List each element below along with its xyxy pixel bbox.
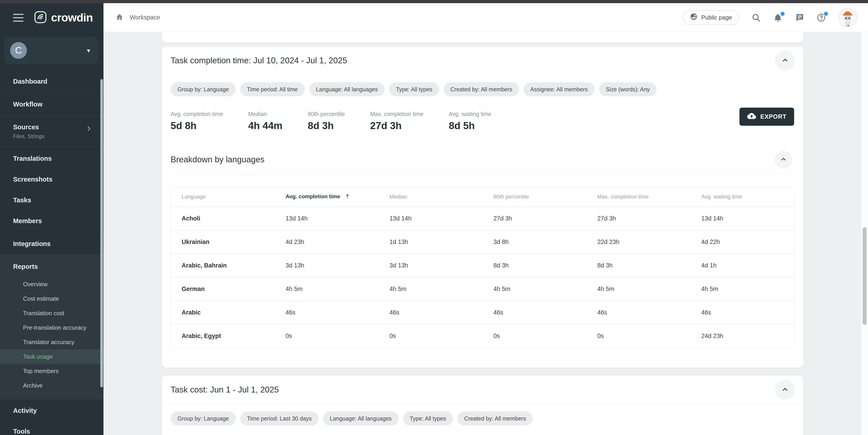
sidebar-item-reports-pre-translation-accuracy[interactable]: Pre-translation accuracy: [0, 320, 103, 335]
window-scrollbar-track[interactable]: [861, 32, 868, 435]
column-language[interactable]: Language: [171, 187, 275, 207]
caret-down-icon: ▾: [87, 47, 90, 54]
sidebar-item-reports-translation-cost[interactable]: Translation cost: [0, 306, 103, 320]
sidebar-item-reports-top-members[interactable]: Top members: [0, 364, 103, 378]
sort-ascending-icon: [344, 193, 351, 201]
crowdin-logo-icon: [33, 10, 48, 25]
table-row: Ukrainian 4d 23h 1d 13h 3d 8h 22d 23h 4d…: [171, 230, 794, 254]
column-80th-percentile[interactable]: 80th percentile: [483, 187, 587, 207]
organization-switcher[interactable]: C ▾: [4, 37, 98, 64]
chevron-right-icon: [85, 125, 92, 134]
table-row: Acholi 13d 14h 13d 14h 27d 3h 27d 3h 13d…: [171, 207, 794, 230]
stat-avg-waiting-time: Avg. waiting time 8d 5h: [449, 111, 491, 132]
sidebar-item-activity[interactable]: Activity: [0, 400, 103, 421]
messages-icon[interactable]: [795, 13, 804, 22]
table-row: Arabic, Bahrain 3d 13h 3d 13h 8d 3h 8d 3…: [171, 254, 794, 277]
stat-median: Median 4h 44m: [248, 111, 283, 132]
filter-time-period[interactable]: Time period: All time: [240, 82, 305, 96]
cloud-upload-icon: [747, 112, 756, 122]
column-avg-completion-time-sorted[interactable]: Avg. completion time: [275, 187, 379, 207]
column-median[interactable]: Median: [379, 187, 483, 207]
filter-created-by[interactable]: Created by: All members: [444, 82, 519, 96]
filter-time-period[interactable]: Time period: Last 30 days: [240, 411, 318, 426]
previous-card-edge: [162, 32, 803, 42]
sidebar-item-tools[interactable]: Tools: [0, 421, 103, 435]
filter-type[interactable]: Type: All types: [403, 411, 453, 426]
table-row: Arabic 46s 46s 46s 46s 46s: [171, 301, 794, 324]
export-button[interactable]: EXPORT: [739, 108, 794, 126]
filter-created-by[interactable]: Created by: All members: [458, 411, 533, 426]
notifications-bell-icon[interactable]: [773, 13, 783, 22]
chevron-up-icon: [781, 56, 789, 65]
table-header-row: Language Avg. completion time Median 80t…: [171, 187, 794, 207]
breadcrumb-workspace[interactable]: Workspace: [130, 14, 160, 21]
home-icon[interactable]: [115, 13, 124, 22]
column-max-completion-time[interactable]: Max. completion time: [587, 187, 690, 207]
task-completion-card: Task completion time: Jul 10, 2024 - Jul…: [162, 47, 803, 368]
task-completion-title: Task completion time: Jul 10, 2024 - Jul…: [170, 56, 347, 65]
filter-language[interactable]: Language: All languages: [323, 411, 399, 426]
breadcrumb[interactable]: Workspace: [115, 13, 160, 22]
sidebar-item-reports-translator-accuracy[interactable]: Translator accuracy: [0, 335, 103, 349]
chevron-up-icon: [779, 155, 787, 164]
chevron-up-icon: [781, 385, 789, 395]
notification-dot: [780, 11, 785, 17]
hamburger-menu-icon[interactable]: [13, 14, 24, 22]
filter-size-words[interactable]: Size (words): Any: [599, 82, 657, 96]
window-top-strip: [0, 0, 868, 3]
crowdin-logo[interactable]: crowdin: [33, 10, 93, 25]
main-content: Task completion time: Jul 10, 2024 - Jul…: [103, 32, 868, 435]
app-header: Workspace Public page: [103, 3, 868, 32]
column-avg-waiting-time[interactable]: Avg. waiting time: [690, 187, 794, 207]
sidebar-item-members[interactable]: Members: [0, 210, 103, 231]
filter-group-by[interactable]: Group by: Language: [170, 82, 236, 96]
help-icon[interactable]: [816, 13, 826, 22]
table-row: Arabic, Egypt 0s 0s 0s 0s 24d 23h: [171, 324, 794, 348]
organization-avatar: C: [10, 42, 27, 59]
collapse-task-completion-button[interactable]: [775, 51, 795, 70]
sidebar-item-reports-task-usage[interactable]: Task usage: [0, 349, 103, 364]
filter-type[interactable]: Type: All types: [389, 82, 439, 96]
filter-assignee[interactable]: Assignee: All members: [524, 82, 594, 96]
sidebar-item-workflow[interactable]: Workflow: [0, 94, 103, 115]
table-row: German 4h 5m 4h 5m 4h 5m 4h 5m 4h 5m: [171, 277, 794, 301]
sidebar-item-reports-cost-estimate[interactable]: Cost estimate: [0, 291, 103, 306]
completion-stats: Avg. completion time 5d 8h Median 4h 44m…: [162, 96, 803, 132]
sidebar-item-reports-overview[interactable]: Overview: [0, 277, 103, 291]
stat-avg-completion-time: Avg. completion time 5d 8h: [170, 111, 223, 132]
sidebar-item-dashboard[interactable]: Dashboard: [0, 71, 103, 92]
sidebar-scrollbar[interactable]: [100, 79, 103, 387]
filter-language[interactable]: Language: All languages: [309, 82, 385, 96]
search-icon[interactable]: [751, 13, 761, 22]
collapse-task-cost-button[interactable]: [775, 380, 795, 400]
sidebar-item-screenshots[interactable]: Screenshots: [0, 169, 103, 190]
stat-80th-percentile: 80th percentile 8d 3h: [308, 111, 345, 132]
sidebar-item-reports[interactable]: Reports: [0, 256, 103, 277]
user-avatar[interactable]: [838, 8, 857, 27]
crowdin-logo-text: crowdin: [51, 11, 93, 24]
sidebar-item-integrations[interactable]: Integrations: [0, 233, 103, 254]
public-page-button[interactable]: Public page: [683, 10, 739, 25]
sidebar-nav: Dashboard Workflow Sources Files, String…: [0, 70, 103, 435]
globe-icon: [690, 13, 698, 22]
window-scrollbar-thumb[interactable]: [863, 227, 867, 325]
sidebar-item-translations[interactable]: Translations: [0, 148, 103, 169]
sidebar: crowdin C ▾ Dashboard Workflow Sources F…: [0, 3, 103, 435]
breakdown-section: Breakdown by languages Language Avg. com…: [170, 145, 795, 348]
collapse-breakdown-button[interactable]: [775, 151, 792, 169]
task-cost-title: Task cost: Jun 1 - Jul 1, 2025: [170, 385, 279, 395]
sources-subtitle: Files, Strings: [13, 133, 44, 140]
help-dot: [823, 11, 829, 17]
languages-table: Language Avg. completion time Median 80t…: [170, 187, 795, 348]
sidebar-item-tasks[interactable]: Tasks: [0, 190, 103, 210]
sidebar-item-sources[interactable]: Sources Files, Strings: [0, 117, 103, 146]
task-cost-card: Task cost: Jun 1 - Jul 1, 2025 Group by:…: [162, 376, 803, 435]
filter-group-by[interactable]: Group by: Language: [170, 411, 236, 426]
breakdown-title: Breakdown by languages: [170, 155, 265, 164]
stat-max-completion-time: Max. completion time 27d 3h: [370, 111, 423, 132]
sidebar-item-reports-archive[interactable]: Archive: [0, 378, 103, 393]
